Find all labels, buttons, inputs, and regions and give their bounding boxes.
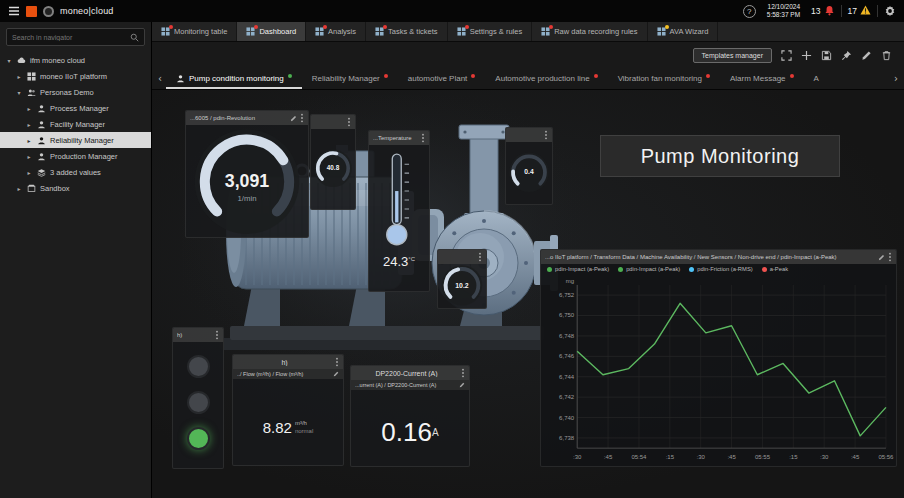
edit-icon[interactable] [459, 382, 465, 388]
dashboard-tab-vibration-fan-monitoring[interactable]: Vibration fan monitoring [608, 68, 720, 89]
tab-label: Monitoring table [174, 27, 227, 36]
tab-settings-rules[interactable]: Settings & rules [448, 22, 533, 41]
widget-status-indicators[interactable]: h) [172, 327, 224, 469]
tasks-tickets-icon [375, 27, 384, 36]
main-tabs: Monitoring tableDashboardAnalysisTasks &… [152, 22, 904, 42]
dashboard-tab-a[interactable]: A [804, 68, 829, 89]
tree-expand-icon[interactable]: ▸ [25, 153, 33, 160]
svg-text:05:54: 05:54 [631, 454, 647, 460]
flow-value: 8.82 m³/h normal [233, 389, 343, 465]
widget-small-gauge-right[interactable]: 0.4 [505, 127, 553, 205]
legend-item[interactable]: pdin-Impact (a-Peak) [547, 266, 609, 272]
warning-counter[interactable]: 17 [848, 5, 871, 17]
dashboard-tab-reliability-manager[interactable]: Reliability Manager [302, 68, 398, 89]
widget-temperature[interactable]: ...Temperature 24.3°C [368, 130, 430, 292]
tree-expand-icon[interactable]: ▸ [25, 121, 33, 128]
dashboard-tab-alarm-message[interactable]: Alarm Message [720, 68, 804, 89]
datetime: 12/10/2024 5:58:37 PM [767, 3, 800, 20]
small-gauge: 0.4 [508, 141, 550, 202]
edit-icon[interactable] [333, 371, 339, 377]
widget-menu-icon[interactable] [478, 252, 482, 262]
dashboard-tab-automotive-plant[interactable]: automotive Plant [398, 68, 486, 89]
edit-icon[interactable] [861, 50, 872, 61]
revolution-gauge: 3,0911/min [188, 124, 306, 235]
templates-manager-button[interactable]: Templates manager [693, 48, 772, 63]
menu-icon[interactable] [8, 6, 20, 16]
help-button[interactable]: ? [743, 5, 756, 18]
widget-menu-icon[interactable] [300, 113, 304, 123]
widget-flow[interactable]: h) ../ Flow (m³/h) / Flow (m³/h) 8.82 m³… [232, 354, 344, 466]
date-text: 12/10/2024 [767, 3, 800, 11]
legend-item[interactable]: a-Peak [762, 266, 788, 272]
dashboard-tab-automotive-production-line[interactable]: Automotive production line [485, 68, 607, 89]
tab-raw-data-recording-rules[interactable]: Raw data recording rules [532, 22, 647, 41]
sidebar-item-label: Reliability Manager [50, 136, 114, 145]
grid-icon [27, 72, 36, 81]
settings-gear-icon[interactable] [884, 5, 896, 17]
tree-expand-icon[interactable]: ▸ [15, 185, 23, 192]
sidebar-item-sandbox[interactable]: ▸Sandbox [0, 180, 151, 196]
alarm-counter[interactable]: 13 [811, 5, 834, 18]
sidebar-item-3-added-values[interactable]: ▸3 added values [0, 164, 151, 180]
sidebar-item-process-manager[interactable]: ▸Process Manager [0, 100, 151, 116]
tree-collapse-icon[interactable]: ▾ [15, 89, 23, 96]
sidebar-item-label: Production Manager [50, 152, 118, 161]
sidebar-item-label: Process Manager [50, 104, 109, 113]
tabs-scroll-left-icon[interactable]: ‹ [154, 68, 166, 89]
svg-text:6,738: 6,738 [559, 435, 575, 441]
svg-text:6,746: 6,746 [559, 353, 575, 359]
fullscreen-icon[interactable] [781, 50, 792, 61]
widget-trend-chart[interactable]: ...o IIoT platform / Transform Data / Ma… [540, 249, 897, 467]
sidebar-item-facility-manager[interactable]: ▸Facility Manager [0, 116, 151, 132]
tab-analysis[interactable]: Analysis [306, 22, 366, 41]
status-led-3 [187, 427, 210, 450]
tab-dashboard[interactable]: Dashboard [237, 22, 306, 41]
sidebar-item-production-manager[interactable]: ▸Production Manager [0, 148, 151, 164]
widget-menu-icon[interactable] [347, 117, 351, 127]
tab-tasks-tickets[interactable]: Tasks & tickets [366, 22, 448, 41]
legend-item[interactable]: pdin-Impact (a-Peak) [618, 266, 680, 272]
chart-plot[interactable]: 6,7526,7506,7486,7466,7446,7426,7406,738… [543, 277, 894, 464]
edit-icon[interactable] [290, 115, 297, 122]
sidebar-item-reliability-manager[interactable]: ▸Reliability Manager [0, 132, 151, 148]
save-icon[interactable] [821, 50, 832, 61]
widget-revolution-gauge[interactable]: ...6005 / pdin-Revolution 3,0911/min [185, 110, 309, 238]
tab-monitoring-table[interactable]: Monitoring table [152, 22, 237, 41]
svg-text::15: :15 [789, 454, 798, 460]
small-gauge: 10.2 [440, 263, 484, 306]
widget-menu-icon[interactable] [215, 330, 219, 340]
app-window: moneo|cloud ? 12/10/2024 5:58:37 PM 13 1… [0, 0, 904, 498]
dashboard-tab-pump-condition-monitoring[interactable]: Pump condition monitoring [166, 68, 302, 89]
svg-text::45: :45 [604, 454, 613, 460]
delete-icon[interactable] [881, 50, 892, 61]
add-widget-icon[interactable] [801, 50, 812, 61]
person-icon [37, 152, 46, 161]
tabs-scroll-right-icon[interactable]: › [890, 68, 902, 89]
widget-menu-icon[interactable] [544, 130, 548, 140]
widget-small-gauge-top[interactable]: 40.8 [310, 114, 356, 210]
tree-expand-icon[interactable]: ▸ [25, 137, 33, 144]
edit-icon[interactable] [878, 254, 885, 261]
tree-expand-icon[interactable]: ▸ [25, 105, 33, 112]
sidebar-item-ifm-moneo-cloud[interactable]: ▾ifm moneo cloud [0, 52, 151, 68]
widget-menu-icon[interactable] [421, 133, 425, 143]
analysis-icon [315, 27, 324, 36]
sidebar-item-personas-demo[interactable]: ▾Personas Demo [0, 84, 151, 100]
search-icon[interactable] [130, 28, 139, 46]
pin-icon[interactable] [841, 50, 852, 61]
widget-title-panel[interactable]: Pump Monitoring [600, 135, 840, 177]
navigator-search[interactable] [6, 28, 145, 46]
widget-menu-icon[interactable] [461, 368, 465, 378]
widget-small-gauge-mid[interactable]: 10.2 [437, 249, 487, 309]
tree-expand-icon[interactable]: ▸ [15, 73, 23, 80]
widget-title: h) [177, 332, 212, 338]
sidebar-item-moneo-iiot-platform[interactable]: ▸moneo IIoT platform [0, 68, 151, 84]
widget-menu-icon[interactable] [888, 252, 892, 262]
widget-current[interactable]: DP2200-Current (A) ...urrent (A) / DP220… [350, 365, 470, 467]
tab-ava-wizard[interactable]: AVA Wizard [648, 22, 719, 41]
tree-expand-icon[interactable]: ▸ [25, 169, 33, 176]
search-input[interactable] [12, 34, 126, 41]
legend-item[interactable]: pdin-Friction (a-RMS) [689, 266, 752, 272]
tree-collapse-icon[interactable]: ▾ [5, 57, 13, 64]
widget-menu-icon[interactable] [335, 357, 339, 367]
